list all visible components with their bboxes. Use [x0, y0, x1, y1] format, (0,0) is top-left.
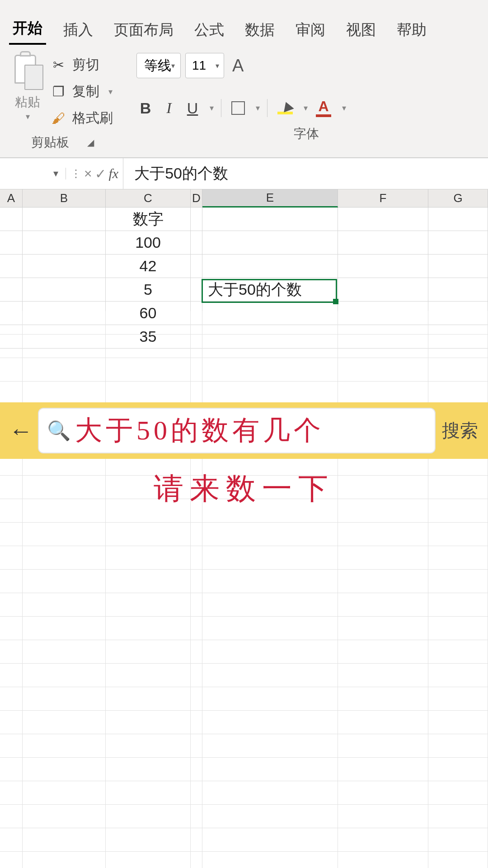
cell-empty[interactable]	[191, 687, 202, 710]
cell-empty[interactable]	[202, 382, 338, 405]
underline-button[interactable]: U	[183, 98, 202, 119]
cell-empty[interactable]	[106, 382, 191, 405]
cell-empty[interactable]	[23, 617, 106, 640]
cell-empty[interactable]	[338, 546, 428, 569]
overlay-search-button[interactable]: 搜索	[436, 418, 484, 443]
cell-empty[interactable]	[338, 852, 428, 868]
cell-F2[interactable]	[338, 231, 428, 254]
cell-empty[interactable]	[428, 311, 488, 334]
tab-view[interactable]: 视图	[343, 15, 380, 45]
cell-C2[interactable]: 100	[106, 231, 191, 254]
cell-empty[interactable]	[106, 593, 191, 616]
underline-dropdown-icon[interactable]: ▾	[210, 103, 214, 113]
cell-empty[interactable]	[428, 805, 488, 828]
cell-empty[interactable]	[106, 640, 191, 663]
cell-empty[interactable]	[106, 570, 191, 593]
cell-empty[interactable]	[338, 358, 428, 381]
cell-empty[interactable]	[23, 640, 106, 663]
cell-empty[interactable]	[0, 828, 23, 851]
paste-dropdown-icon[interactable]: ▾	[26, 112, 30, 122]
cell-empty[interactable]	[428, 687, 488, 710]
cell-empty[interactable]	[0, 311, 23, 334]
cell-empty[interactable]	[202, 711, 338, 734]
cell-empty[interactable]	[202, 805, 338, 828]
cell-empty[interactable]	[428, 734, 488, 757]
cell-empty[interactable]	[428, 664, 488, 687]
cell-empty[interactable]	[106, 711, 191, 734]
cell-F3[interactable]	[338, 255, 428, 278]
cell-empty[interactable]	[191, 311, 202, 334]
cell-empty[interactable]	[191, 852, 202, 868]
cell-empty[interactable]	[338, 523, 428, 546]
cell-empty[interactable]	[202, 593, 338, 616]
fill-color-button[interactable]	[275, 100, 296, 116]
cell-empty[interactable]	[0, 382, 23, 405]
cell-empty[interactable]	[191, 781, 202, 804]
copy-dropdown-icon[interactable]: ▾	[108, 87, 113, 97]
cell-empty[interactable]	[106, 335, 191, 358]
cell-C4[interactable]: 5	[106, 278, 191, 301]
cell-empty[interactable]	[106, 664, 191, 687]
cell-C3[interactable]: 42	[106, 255, 191, 278]
cell-empty[interactable]	[106, 687, 191, 710]
cell-empty[interactable]	[338, 687, 428, 710]
cell-empty[interactable]	[338, 311, 428, 334]
cell-empty[interactable]	[428, 358, 488, 381]
cell-empty[interactable]	[23, 687, 106, 710]
cell-empty[interactable]	[106, 358, 191, 381]
cell-empty[interactable]	[0, 358, 23, 381]
insert-function-button[interactable]: fx	[109, 166, 119, 181]
cell-empty[interactable]	[0, 617, 23, 640]
cell-empty[interactable]	[0, 664, 23, 687]
cell-empty[interactable]	[191, 828, 202, 851]
cut-button[interactable]: ✂ 剪切	[51, 56, 113, 74]
cell-A4[interactable]	[0, 278, 23, 301]
cell-empty[interactable]	[191, 570, 202, 593]
overlay-search-box[interactable]: 🔍 大于50的数有几个	[38, 408, 436, 453]
copy-button[interactable]: ❐ 复制 ▾	[51, 82, 113, 101]
tab-insert[interactable]: 插入	[60, 15, 97, 45]
cell-empty[interactable]	[338, 640, 428, 663]
cell-empty[interactable]	[202, 664, 338, 687]
tab-data[interactable]: 数据	[241, 15, 278, 45]
cell-D3[interactable]	[191, 255, 202, 278]
cell-empty[interactable]	[23, 828, 106, 851]
cell-empty[interactable]	[338, 828, 428, 851]
cell-empty[interactable]	[191, 734, 202, 757]
cell-empty[interactable]	[0, 687, 23, 710]
cell-empty[interactable]	[338, 335, 428, 358]
name-box[interactable]: ▾	[0, 168, 66, 179]
cell-D1[interactable]	[191, 208, 202, 231]
cell-B4[interactable]	[23, 278, 106, 301]
cell-F1[interactable]	[338, 208, 428, 231]
cell-empty[interactable]	[0, 852, 23, 868]
cell-empty[interactable]	[428, 546, 488, 569]
cell-empty[interactable]	[428, 781, 488, 804]
cell-empty[interactable]	[428, 335, 488, 358]
cell-empty[interactable]	[106, 734, 191, 757]
cell-empty[interactable]	[23, 335, 106, 358]
formula-input[interactable]: 大于50的个数	[123, 158, 488, 189]
cancel-formula-button[interactable]: ×	[84, 166, 92, 181]
cell-empty[interactable]	[106, 781, 191, 804]
col-header-E[interactable]: E	[202, 189, 338, 208]
cell-empty[interactable]	[106, 617, 191, 640]
cell-empty[interactable]	[191, 382, 202, 405]
cell-F4[interactable]	[338, 278, 428, 301]
cell-empty[interactable]	[338, 593, 428, 616]
cell-empty[interactable]	[428, 570, 488, 593]
cell-empty[interactable]	[428, 617, 488, 640]
cell-empty[interactable]	[428, 382, 488, 405]
cell-empty[interactable]	[106, 805, 191, 828]
cell-B3[interactable]	[23, 255, 106, 278]
col-header-B[interactable]: B	[23, 189, 106, 207]
cell-empty[interactable]	[0, 523, 23, 546]
tab-review[interactable]: 审阅	[292, 15, 329, 45]
italic-button[interactable]: I	[160, 98, 178, 118]
cell-empty[interactable]	[106, 852, 191, 868]
cell-D2[interactable]	[191, 231, 202, 254]
cell-empty[interactable]	[191, 358, 202, 381]
borders-dropdown-icon[interactable]: ▾	[256, 103, 260, 113]
cell-empty[interactable]	[191, 523, 202, 546]
cell-E1[interactable]	[202, 208, 338, 231]
